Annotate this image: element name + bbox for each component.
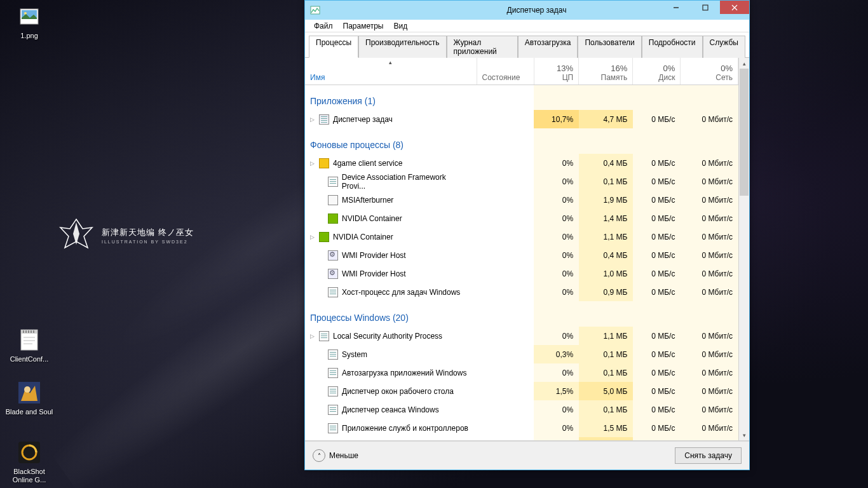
svg-rect-19 — [703, 5, 708, 10]
scroll-thumb[interactable] — [740, 69, 749, 196]
desktop-icon-label: Blade and Soul — [5, 408, 53, 416]
col-memory[interactable]: 16%Память — [579, 58, 633, 85]
process-name: NVIDIA Container — [333, 233, 393, 241]
process-icon — [319, 232, 329, 242]
process-row[interactable]: NVIDIA Container0%1,4 МБ0 МБ/с0 Мбит/с — [305, 209, 738, 227]
col-disk[interactable]: 0%Диск — [633, 58, 681, 85]
desktop-icon-label: BlackShot Online G... — [5, 468, 53, 484]
fewer-details-button[interactable]: ˄ Меньше — [313, 449, 358, 462]
process-row[interactable]: ▷NVIDIA Container0%1,1 МБ0 МБ/с0 Мбит/с — [305, 227, 738, 246]
process-icon — [328, 287, 338, 297]
process-icon — [328, 195, 338, 205]
process-row[interactable]: MSIAfterburner0%1,9 МБ0 МБ/с0 Мбит/с — [305, 191, 738, 209]
process-row[interactable]: Диспетчер сеанса Windows0%0,1 МБ0 МБ/с0 … — [305, 400, 738, 419]
process-name: WMI Provider Host — [342, 251, 406, 260]
process-icon — [319, 331, 329, 341]
task-manager-window: Диспетчер задач Файл Параметры Вид Проце… — [304, 0, 750, 470]
close-button[interactable] — [720, 1, 749, 14]
wallpaper-subtitle: ILLUSTRATION BY SWD3E2 — [102, 240, 194, 244]
process-name: 4game client service — [333, 159, 402, 168]
tab-2[interactable]: Журнал приложений — [447, 36, 518, 58]
svg-rect-7 — [28, 330, 29, 333]
svg-rect-6 — [25, 330, 27, 333]
tab-5[interactable]: Подробности — [642, 36, 703, 58]
process-name: Local Security Authority Process — [333, 332, 442, 341]
fewer-label: Меньше — [329, 451, 358, 460]
game-icon — [18, 440, 41, 465]
desktop-icon-clientconf[interactable]: ClientConf... — [5, 327, 53, 363]
process-row[interactable]: ▷4game client service0%0,4 МБ0 МБ/с0 Мби… — [305, 154, 738, 172]
process-icon — [328, 269, 338, 279]
process-icon — [328, 349, 338, 360]
process-icon — [328, 177, 338, 187]
svg-point-2 — [24, 12, 27, 15]
process-name: Диспетчер задач — [333, 115, 393, 124]
notepad-file-icon — [18, 327, 41, 353]
scroll-down-icon[interactable]: ▾ — [739, 430, 749, 440]
process-row[interactable]: WMI Provider Host0%1,0 МБ0 МБ/с0 Мбит/с — [305, 264, 738, 283]
menu-view[interactable]: Вид — [388, 20, 412, 32]
process-row[interactable]: Хост-процесс для задач Windows0%0,9 МБ0 … — [305, 283, 738, 301]
process-icon — [328, 386, 338, 396]
group-header: Фоновые процессы (8) — [305, 128, 738, 154]
tab-3[interactable]: Автозагрузка — [518, 36, 578, 58]
process-icon — [328, 368, 338, 378]
process-row[interactable]: Автозагрузка приложений Windows0%0,1 МБ0… — [305, 363, 738, 382]
process-icon — [319, 158, 329, 168]
image-file-icon — [18, 4, 41, 29]
tab-6[interactable]: Службы — [703, 36, 745, 58]
minimize-button[interactable] — [661, 1, 691, 14]
process-row[interactable]: Device Association Framework Provi...0%0… — [305, 172, 738, 191]
menu-file[interactable]: Файл — [309, 20, 338, 32]
tab-4[interactable]: Пользователи — [578, 36, 641, 58]
desktop-icon-bladesoul[interactable]: Blade and Soul — [5, 380, 53, 416]
menubar: Файл Параметры Вид — [305, 20, 749, 32]
process-name: System — [342, 350, 367, 359]
footer: ˄ Меньше Снять задачу — [305, 441, 749, 470]
desktop-icon-blackshot[interactable]: BlackShot Online G... — [5, 440, 53, 484]
desktop-icon-label: 1.png — [5, 32, 53, 40]
svg-rect-8 — [31, 330, 32, 333]
process-row[interactable]: System0,3%0,1 МБ0 МБ/с0 Мбит/с — [305, 345, 738, 363]
process-name: Диспетчер сеанса Windows — [342, 405, 439, 414]
tab-1[interactable]: Производительность — [358, 36, 446, 58]
group-header: Приложения (1) — [305, 85, 738, 110]
vertical-scrollbar[interactable]: ▴ ▾ — [738, 58, 749, 440]
process-icon — [328, 405, 338, 415]
chevron-up-icon: ˄ — [313, 449, 325, 462]
process-row[interactable]: Диспетчер окон рабочего стола1,5%5,0 МБ0… — [305, 382, 738, 400]
process-name: NVIDIA Container — [342, 214, 402, 223]
col-network[interactable]: 0%Сеть — [681, 58, 738, 85]
maximize-button[interactable] — [691, 1, 720, 14]
process-name: MSIAfterburner — [342, 196, 393, 205]
process-row[interactable]: ▷Local Security Authority Process0%1,1 М… — [305, 327, 738, 345]
titlebar[interactable]: Диспетчер задач — [305, 1, 749, 20]
process-name: Диспетчер окон рабочего стола — [342, 387, 454, 396]
wallpaper-title: 新津新天地编 终ノ巫女 — [102, 227, 194, 238]
scroll-up-icon[interactable]: ▴ — [739, 58, 749, 69]
menu-options[interactable]: Параметры — [338, 20, 389, 32]
process-name: Device Association Framework Provi... — [342, 173, 471, 191]
process-row[interactable]: Приложение служб и контроллеров0%1,5 МБ0… — [305, 419, 738, 437]
process-row[interactable]: WMI Provider Host0%0,4 МБ0 МБ/с0 Мбит/с — [305, 246, 738, 264]
svg-rect-5 — [23, 330, 24, 333]
process-row[interactable]: ▷Диспетчер задач10,7%4,7 МБ0 МБ/с0 Мбит/… — [305, 110, 738, 128]
process-icon — [319, 114, 329, 125]
process-icon — [328, 423, 338, 433]
end-task-button[interactable]: Снять задачу — [675, 447, 742, 464]
desktop-icon-1png[interactable]: 1.png — [5, 4, 53, 40]
game-icon — [18, 380, 41, 405]
col-name[interactable]: Имя — [305, 58, 477, 85]
group-header: Процессы Windows (20) — [305, 301, 738, 327]
wallpaper-emblem-icon — [57, 216, 95, 254]
col-state[interactable]: Состояние — [477, 58, 534, 85]
process-table-area: Имя Состояние 13%ЦП 16%Память 0%Диск 0%С… — [305, 58, 749, 441]
tab-0[interactable]: Процессы — [309, 36, 358, 58]
tabbar: ПроцессыПроизводительностьЖурнал приложе… — [305, 32, 749, 58]
col-cpu[interactable]: 13%ЦП — [534, 58, 579, 85]
process-row[interactable]: Проводник0%10,2 МБ0 МБ/с0 Мбит/с — [305, 437, 738, 440]
process-name: Автозагрузка приложений Windows — [342, 369, 466, 377]
process-icon — [328, 250, 338, 261]
process-name: Приложение служб и контроллеров — [342, 424, 468, 433]
app-icon — [310, 5, 320, 15]
